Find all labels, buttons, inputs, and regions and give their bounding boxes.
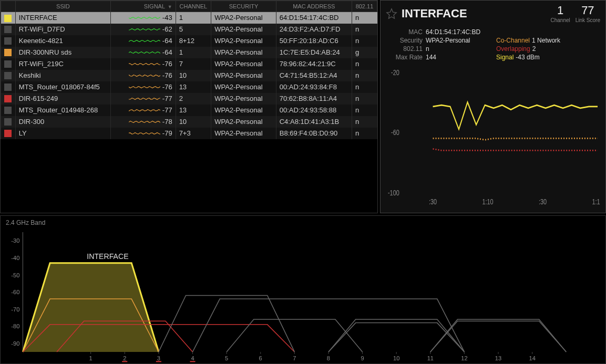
signal-sparkline-icon bbox=[129, 73, 160, 78]
network-color-swatch[interactable] bbox=[4, 130, 12, 137]
col-signal[interactable]: SIGNAL ▼ bbox=[111, 1, 176, 12]
cell-channel: 5 bbox=[176, 24, 211, 35]
svg-text:9: 9 bbox=[361, 355, 364, 361]
signal-sparkline-icon bbox=[129, 61, 160, 67]
network-table: SSID SIGNAL ▼ CHANNEL SECURITY MAC ADDRE… bbox=[1, 1, 377, 139]
svg-text:-20: -20 bbox=[391, 68, 399, 77]
cell-security: WPA2-Personal bbox=[211, 81, 276, 93]
svg-text:3: 3 bbox=[157, 355, 160, 361]
svg-text:8: 8 bbox=[327, 355, 330, 361]
detail-cochannel-value: 1 bbox=[532, 37, 536, 44]
detail-panel: INTERFACE 1 Channel 77 Link Score MAC64:… bbox=[380, 0, 606, 213]
table-row[interactable]: RT-WiFi_219C-767WPA2-Personal78:96:82:44… bbox=[1, 58, 377, 70]
detail-channel-label: Channel bbox=[550, 17, 570, 23]
cell-ssid: RT-WiFi_D7FD bbox=[15, 24, 110, 35]
signal-sparkline-icon bbox=[129, 131, 160, 136]
detail-cochannel-label: Co-Channel bbox=[496, 37, 530, 44]
table-row[interactable]: DIR-300NRU sds-641WPA2-Personal1C:7E:E5:… bbox=[1, 47, 377, 58]
cell-band: n bbox=[352, 24, 377, 35]
detail-linkscore-stat: 77 Link Score bbox=[576, 4, 600, 23]
cell-mac: 24:D3:F2:AA:D7:FD bbox=[276, 24, 352, 35]
table-row[interactable]: Keenetic-4821-648+12WPA2-Personal50:FF:2… bbox=[1, 35, 377, 47]
detail-linkscore-value: 77 bbox=[576, 4, 600, 17]
cell-mac: 1C:7E:E5:D4:AB:24 bbox=[276, 47, 352, 58]
cell-band: n bbox=[352, 116, 377, 128]
svg-text:13: 13 bbox=[495, 355, 501, 361]
svg-text:5: 5 bbox=[225, 355, 228, 361]
cell-ssid: MTS_Router_014948-268 bbox=[15, 105, 110, 116]
col-signal-label: SIGNAL bbox=[144, 3, 165, 9]
network-color-swatch[interactable] bbox=[4, 49, 12, 56]
cell-channel: 2 bbox=[176, 93, 211, 105]
cell-channel: 7 bbox=[176, 58, 211, 70]
svg-text:1: 1 bbox=[89, 355, 93, 361]
table-row[interactable]: Keshiki-7610WPA2-PersonalC4:71:54:B5:12:… bbox=[1, 70, 377, 81]
cell-security: WPA2-Personal bbox=[211, 93, 276, 105]
network-color-swatch[interactable] bbox=[4, 84, 12, 91]
svg-text:12: 12 bbox=[461, 355, 467, 361]
table-row[interactable]: MTS_Router_018067-84f5-7613WPA2-Personal… bbox=[1, 81, 377, 93]
cell-signal: -76 bbox=[162, 60, 172, 68]
cell-security: WPA2-Personal bbox=[211, 24, 276, 35]
cell-signal: -77 bbox=[162, 106, 172, 114]
network-color-swatch[interactable] bbox=[4, 95, 12, 102]
signal-sparkline-icon bbox=[129, 85, 160, 90]
band-panel: 2.4 GHz Band -30-40-50-60-70-80-90123456… bbox=[0, 215, 606, 364]
cell-band: n bbox=[352, 93, 377, 105]
detail-band-value: n bbox=[426, 45, 429, 53]
signal-sparkline-icon bbox=[129, 96, 160, 101]
cell-mac: 64:D1:54:17:4C:BD bbox=[276, 12, 352, 24]
detail-security-value: WPA2-Personal bbox=[426, 37, 470, 44]
cell-mac: 70:62:B8:8A:11:A4 bbox=[276, 93, 352, 105]
cell-channel: 8+12 bbox=[176, 35, 211, 47]
network-color-swatch[interactable] bbox=[4, 60, 12, 68]
table-row[interactable]: INTERFACE-431WPA2-Personal64:D1:54:17:4C… bbox=[1, 12, 377, 24]
detail-signal-value: -43 dBm bbox=[516, 54, 539, 61]
favorite-star-icon[interactable] bbox=[386, 8, 397, 19]
col-mac[interactable]: MAC ADDRESS bbox=[276, 1, 352, 12]
cell-mac: C4:A8:1D:41:A3:1B bbox=[276, 116, 352, 128]
cell-security: WPA2-Personal bbox=[211, 58, 276, 70]
svg-text:14: 14 bbox=[529, 355, 535, 361]
signal-sparkline-icon bbox=[129, 15, 160, 20]
col-channel[interactable]: CHANNEL bbox=[176, 1, 211, 12]
network-color-swatch[interactable] bbox=[4, 107, 12, 114]
network-color-swatch[interactable] bbox=[4, 26, 12, 33]
detail-overlapping-value: 2 bbox=[532, 45, 536, 53]
col-ssid[interactable]: SSID bbox=[15, 1, 110, 12]
cell-signal: -64 bbox=[162, 37, 172, 45]
table-row[interactable]: MTS_Router_014948-268-7713WPA2-Personal0… bbox=[1, 105, 377, 116]
cell-ssid: Keshiki bbox=[15, 70, 110, 81]
cell-signal: -62 bbox=[162, 25, 172, 33]
cell-signal: -77 bbox=[162, 95, 172, 102]
col-security[interactable]: SECURITY bbox=[211, 1, 276, 12]
svg-text:-60: -60 bbox=[11, 289, 19, 295]
cell-band: n bbox=[352, 12, 377, 24]
detail-security-label: Security bbox=[386, 37, 423, 44]
svg-text:-60: -60 bbox=[391, 128, 399, 137]
detail-mac-label: MAC bbox=[386, 28, 423, 36]
cell-signal: -79 bbox=[162, 129, 172, 137]
table-row[interactable]: DIR-615-249-772WPA2-Personal70:62:B8:8A:… bbox=[1, 93, 377, 105]
network-color-swatch[interactable] bbox=[4, 118, 12, 126]
network-color-swatch[interactable] bbox=[4, 15, 12, 22]
cell-channel: 10 bbox=[176, 70, 211, 81]
network-color-swatch[interactable] bbox=[4, 37, 12, 45]
col-color[interactable] bbox=[1, 1, 16, 12]
cell-band: g bbox=[352, 47, 377, 58]
table-row[interactable]: DIR-300-7810WPA2-PersonalC4:A8:1D:41:A3:… bbox=[1, 116, 377, 128]
cell-signal: -64 bbox=[162, 48, 172, 56]
table-row[interactable]: LY-797+3WPA2-PersonalB8:69:F4:0B:D0:90n bbox=[1, 128, 377, 139]
col-80211[interactable]: 802.11 bbox=[352, 1, 377, 12]
svg-text:7: 7 bbox=[293, 355, 296, 361]
cell-signal: -43 bbox=[162, 14, 172, 22]
network-color-swatch[interactable] bbox=[4, 72, 12, 79]
cell-ssid: Keenetic-4821 bbox=[15, 35, 110, 47]
signal-history-chart: -20-60-100:301:10:301:11 bbox=[386, 68, 600, 207]
svg-text:-70: -70 bbox=[11, 306, 19, 312]
cell-ssid: LY bbox=[15, 128, 110, 139]
cell-security: WPA2-Personal bbox=[211, 116, 276, 128]
table-row[interactable]: RT-WiFi_D7FD-625WPA2-Personal24:D3:F2:AA… bbox=[1, 24, 377, 35]
cell-security: WPA2-Personal bbox=[211, 35, 276, 47]
sort-indicator-icon: ▼ bbox=[168, 4, 172, 9]
